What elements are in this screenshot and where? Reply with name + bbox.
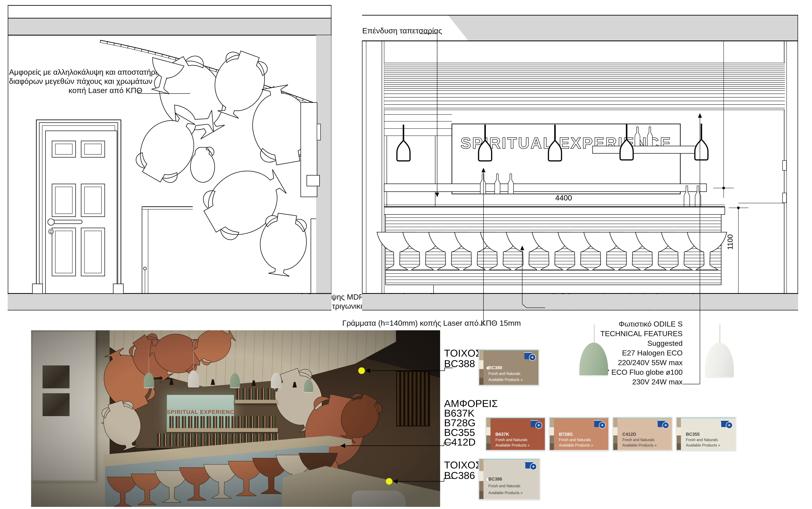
swatch-products-link[interactable]: Available Products » — [559, 443, 593, 447]
wallpaper-note: Επένδυση ταπετσαρίας — [362, 26, 442, 35]
lamp-shade — [579, 343, 608, 376]
swatch-photo-strip — [550, 417, 554, 450]
swatch-photo-strip — [479, 459, 484, 499]
note-line: διαφόρων μεγεθών πάχους και χρωμάτων — [9, 77, 142, 86]
label-title: ΑΜΦΟΡΕΙΣ — [444, 399, 498, 408]
swatch-code: C412D — [622, 432, 636, 437]
swatch-range: Fresh and Naturals — [488, 372, 520, 376]
swatch-code: BC386 — [488, 477, 502, 482]
swatch-card-bc386[interactable]: + BC386 Fresh and Naturals Available Pro… — [479, 458, 540, 500]
carousel-prev-icon[interactable] — [484, 366, 488, 370]
wall-finish-label-top: ΤΟΙΧΟΣ BC388 — [444, 348, 482, 369]
swatch-range: Fresh and Naturals — [488, 484, 520, 488]
mdf-note: Επένδυση όψης MDF με καπλαμά καραγάτσι κ… — [290, 292, 432, 311]
swatch-card-bc388[interactable]: + BC388 Fresh and Naturals Available Pro… — [479, 349, 539, 385]
swatch-code: B637K — [495, 432, 509, 437]
lamp-cord — [594, 325, 594, 343]
swatch-card-bc355[interactable]: + BC355 Fresh and Naturals Available Pro… — [676, 417, 736, 451]
swatch-products-link[interactable]: Available Products » — [495, 443, 530, 447]
right-elevation: SPIRITUAL EXPERIENCE — [362, 15, 798, 310]
label-code: BC388 — [444, 359, 482, 369]
swatch-code: B728G — [559, 432, 573, 437]
left-elevation — [8, 5, 331, 310]
swatch-photo-strip — [613, 417, 617, 450]
swatch-range: Fresh and Naturals — [622, 438, 654, 442]
kylix-band — [377, 232, 727, 270]
swatch-code: BC355 — [686, 432, 700, 437]
swatch-photo-strip — [486, 417, 490, 450]
swatch-products-link[interactable]: Available Products » — [622, 443, 656, 447]
label-title: ΤΟΙΧΟΣ — [444, 348, 482, 359]
amphora-collage — [129, 46, 317, 278]
door-handle-symbol — [51, 220, 82, 224]
paint-bucket-add-icon[interactable]: + — [658, 419, 669, 429]
note-line: κοπή Laser από ΚΠΘ — [9, 86, 142, 95]
render-vignette — [31, 330, 440, 507]
label-code: B637K — [444, 408, 498, 418]
interior-render-photo: SPIRITUAL EXPERIENCE — [31, 330, 440, 507]
lamp-cord — [720, 325, 720, 343]
door-drawing — [32, 120, 123, 294]
note-line: Κύλιξ (h=320mm) επαναλαμβανόμενος από ΚΠ… — [546, 292, 714, 302]
door-keyhole-symbol — [48, 229, 54, 234]
swatch-code: BC388 — [488, 365, 502, 370]
swatch-products-link[interactable]: Available Products » — [686, 443, 720, 447]
kylix-note: Κύλιξ (h=320mm) επαναλαμβανόμενος από ΚΠ… — [546, 292, 714, 311]
lamp-shade — [705, 343, 734, 378]
height-dimension: 1100 — [726, 234, 734, 250]
swatch-card-b728g[interactable]: + B728G Fresh and Naturals Available Pro… — [549, 417, 609, 451]
arch-spotlight-symbol — [269, 85, 283, 99]
swatch-range: Fresh and Naturals — [559, 438, 591, 442]
swatch-range: Fresh and Naturals — [686, 438, 718, 442]
paint-bucket-add-icon[interactable]: + — [594, 419, 606, 429]
paint-bucket-add-icon[interactable]: + — [525, 461, 537, 470]
swatch-card-c412d[interactable]: + C412D Fresh and Naturals Available Pro… — [613, 417, 673, 451]
note-line: και σκοτίες τριγωνικές 5/3mm ανά 20mm — [290, 302, 432, 311]
swatch-products-link[interactable]: Available Products » — [488, 491, 523, 495]
swatch-photo-strip — [677, 417, 681, 450]
label-code: BC386 — [444, 470, 482, 481]
note-line: Επένδυση όψης MDF με καπλαμά καραγάτσι — [290, 292, 432, 302]
swatch-card-b637k[interactable]: + B637K Fresh and Naturals Available Pro… — [486, 417, 546, 451]
swatch-products-link[interactable]: Available Products » — [488, 377, 523, 382]
amphora-note: Αμφορείς με αλληλοκάλυψη και αποστατήρες… — [9, 68, 142, 95]
wall-finish-label-bottom: ΤΟΙΧΟΣ BC386 — [444, 460, 482, 481]
paint-bucket-add-icon[interactable]: + — [531, 419, 542, 429]
width-dimension: 4400 — [555, 194, 572, 202]
letters-note: Γράμματα (h=140mm) κοπής Laser από ΚΠΘ 1… — [342, 318, 521, 328]
swatch-range: Fresh and Naturals — [495, 438, 527, 442]
pendant-lamp-symbols — [397, 124, 708, 161]
note-line: Αμφορείς με αλληλοκάλυψη και αποστατήρες — [9, 68, 142, 77]
sign-text-drawing: SPIRITUAL EXPERIENCE — [461, 134, 672, 152]
paint-bucket-add-icon[interactable]: + — [524, 352, 536, 361]
design-sheet: SPIRITUAL EXPERIENCE — [0, 0, 812, 509]
odile-pendant-white-photo — [705, 325, 735, 380]
carousel-prev-icon[interactable] — [484, 477, 488, 482]
label-title: ΤΟΙΧΟΣ — [444, 460, 482, 470]
swatch-photo-strip — [479, 350, 484, 385]
paint-bucket-add-icon[interactable]: + — [721, 419, 733, 429]
odile-pendant-green-photo — [579, 325, 609, 380]
note-line: σε διαφορετικά πάχη και αποχρώσεις — [546, 302, 714, 311]
